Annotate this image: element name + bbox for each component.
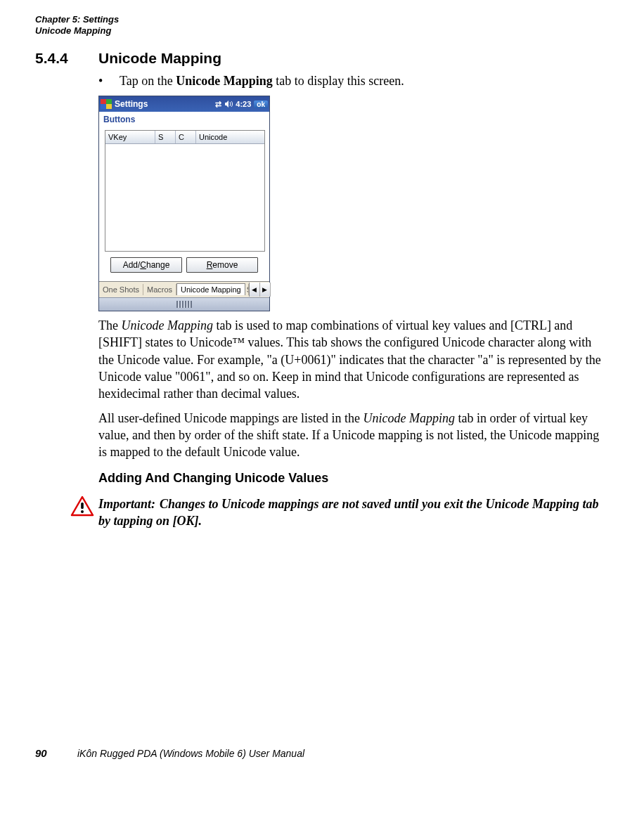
- section-number: 5.4.4: [35, 50, 98, 67]
- chapter-line: Chapter 5: Settings: [35, 14, 609, 25]
- bullet-text: Tap on the Unicode Mapping tab to displa…: [120, 74, 404, 89]
- mapping-list: VKey S C Unicode: [105, 130, 265, 252]
- speaker-icon: [224, 100, 233, 108]
- bullet-marker: •: [98, 74, 120, 89]
- list-body-empty: [105, 144, 264, 251]
- ss-tab-strip: One Shots Macros Unicode Mapping S ◀ ▶: [99, 281, 269, 297]
- paragraph-1: The Unicode Mapping tab is used to map c…: [98, 317, 609, 402]
- col-c: C: [176, 131, 196, 143]
- remove-button[interactable]: Remove: [186, 257, 258, 273]
- running-header: Chapter 5: Settings Unicode Mapping: [35, 14, 609, 36]
- subheading-adding-changing: Adding And Changing Unicode Values: [98, 471, 609, 486]
- tab-scroll-left-icon[interactable]: ◀: [250, 283, 260, 297]
- footer: 90 iKôn Rugged PDA (Windows Mobile 6) Us…: [35, 747, 609, 759]
- manual-title: iKôn Rugged PDA (Windows Mobile 6) User …: [77, 748, 304, 759]
- page-number: 90: [35, 747, 77, 759]
- paragraph-2: All user-defined Unicode mappings are li…: [98, 410, 609, 461]
- tab-macros[interactable]: Macros: [143, 284, 176, 295]
- important-body: Changes to Unicode mappings are not save…: [98, 497, 599, 528]
- ss-window-title: Settings: [115, 99, 215, 109]
- ss-tray: ⇄ 4:23 ok: [215, 100, 268, 109]
- windows-flag-icon: [101, 99, 112, 109]
- section-line: Unicode Mapping: [35, 25, 609, 37]
- network-icon: ⇄: [215, 100, 221, 109]
- screenshot-unicode-mapping: Settings ⇄ 4:23 ok Buttons VKey S C: [98, 96, 270, 311]
- tab-one-shots[interactable]: One Shots: [99, 284, 143, 295]
- section-title: Unicode Mapping: [98, 50, 221, 67]
- important-label: Important:: [98, 496, 160, 512]
- ss-applet-title: Buttons: [99, 112, 269, 130]
- important-text: Important:Changes to Unicode mappings ar…: [98, 496, 609, 530]
- tab-unicode-mapping[interactable]: Unicode Mapping: [176, 283, 245, 295]
- svg-point-1: [81, 510, 84, 513]
- ss-clock: 4:23: [236, 100, 251, 108]
- ok-button[interactable]: ok: [254, 101, 268, 108]
- tab-scroll-right-icon[interactable]: ▶: [260, 283, 271, 297]
- ss-titlebar: Settings ⇄ 4:23 ok: [99, 96, 269, 112]
- svg-rect-0: [81, 503, 84, 509]
- important-note: Important:Changes to Unicode mappings ar…: [70, 496, 609, 530]
- keyboard-icon: [176, 301, 192, 308]
- warning-icon: [70, 496, 94, 520]
- list-header: VKey S C Unicode: [105, 131, 264, 144]
- sip-bar[interactable]: [99, 297, 269, 311]
- bullet-instruction: • Tap on the Unicode Mapping tab to disp…: [98, 74, 609, 89]
- add-change-button[interactable]: Add/Change: [110, 257, 182, 273]
- col-vkey: VKey: [105, 131, 155, 143]
- tab-scroll-arrows: ◀ ▶: [249, 283, 271, 297]
- section-heading: 5.4.4 Unicode Mapping: [35, 50, 609, 67]
- col-s: S: [155, 131, 176, 143]
- col-unicode: Unicode: [196, 131, 264, 143]
